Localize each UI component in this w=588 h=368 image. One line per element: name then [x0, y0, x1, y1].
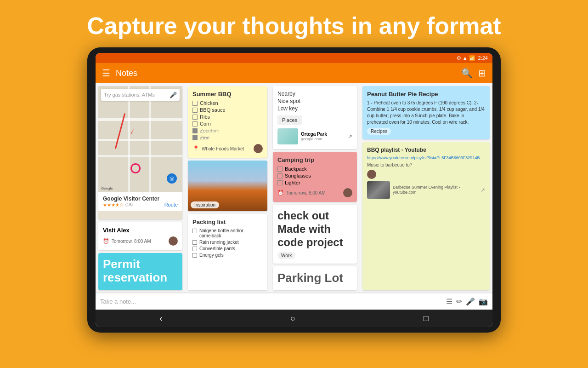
- pb-text: 1 - Preheat oven to 375 degrees F (190 d…: [367, 100, 485, 126]
- camping-card[interactable]: Camping trip Backpack Sunglasses Lighter: [273, 152, 357, 202]
- pb-title: Peanut Butter Pie Recipe: [367, 91, 485, 98]
- status-icons: ⚙ ▲ 📶: [457, 55, 475, 61]
- parking-card[interactable]: Parking Lot: [273, 266, 357, 291]
- bbq-zinc: Zinc: [192, 135, 263, 140]
- summer-bbq-title: Summer BBQ: [192, 91, 263, 98]
- bbq-thumb-image: [367, 181, 390, 199]
- nearby-card[interactable]: Nearby Nice spot Low key Places Ortega P…: [273, 86, 357, 149]
- home-button[interactable]: ○: [290, 314, 295, 323]
- packing-item-2: Rain running jacket: [192, 240, 263, 245]
- ortega-map-thumb: [277, 128, 298, 144]
- camping-time: Tomorrow, 8:00 AM: [286, 190, 326, 196]
- route-label[interactable]: Route: [164, 202, 178, 207]
- recipes-tag: Recipes: [367, 128, 391, 135]
- bbq-playlist-card[interactable]: BBQ playlist - Youtube https://www.youtu…: [362, 142, 490, 290]
- bbq-playlist-desc: Music to barbecue to?: [367, 162, 485, 167]
- nearby-item-3: Low key: [277, 105, 352, 112]
- ortega-row: Ortega Park google.com ↗: [277, 128, 352, 144]
- visit-title: Visit Alex: [103, 227, 178, 234]
- column-3: Nearby Nice spot Low key Places Ortega P…: [270, 83, 360, 293]
- tablet-frame: ⚙ ▲ 📶 2:24 ☰ Notes 🔍 ⊞: [87, 47, 501, 333]
- map-footer: Google Visitor Center ★★★★☆ (18) Route: [98, 192, 182, 211]
- map-stars-count: (18): [125, 202, 133, 207]
- bbq-chicken: Chicken: [192, 100, 263, 106]
- take-note-placeholder[interactable]: Take a note...: [100, 298, 442, 305]
- ortega-name: Ortega Park: [301, 132, 327, 137]
- ortega-domain: google.com: [301, 137, 327, 141]
- avatar-2: [254, 144, 263, 153]
- list-format-icon[interactable]: ☰: [446, 297, 452, 306]
- status-bar: ⚙ ▲ 📶 2:24: [96, 53, 492, 63]
- inspiration-tag: Inspiration: [191, 201, 219, 208]
- bbq-sauce: BBQ sauce: [192, 107, 263, 113]
- app-bar: ☰ Notes 🔍 ⊞: [96, 63, 492, 83]
- checkout-card[interactable]: check out Made with code project Work: [273, 205, 357, 263]
- packing-item-4: Energy gels: [192, 253, 263, 258]
- visit-alex-card[interactable]: Visit Alex ⏰ Tomorrow, 8:00 AM: [98, 222, 182, 250]
- bbq-thumb: [367, 181, 390, 199]
- pb-recipe-card[interactable]: Peanut Butter Pie Recipe 1 - Preheat ove…: [362, 86, 490, 139]
- back-button[interactable]: ‹: [159, 314, 162, 323]
- bbq-thumb-domain: youtube.com: [393, 190, 460, 196]
- bbq-avatar: [367, 170, 376, 179]
- camping-time-row: ⏰ Tomorrow, 8:00 AM: [277, 188, 352, 197]
- inspiration-image-card[interactable]: Inspiration: [188, 161, 267, 211]
- clock-icon: ⏰: [103, 238, 109, 244]
- parking-text: Parking Lot: [277, 271, 352, 285]
- external-link-icon[interactable]: ↗: [348, 133, 352, 140]
- column-2: Summer BBQ Chicken BBQ sauce Ribs: [185, 83, 270, 293]
- bbq-zucchini: Zucchini: [192, 128, 263, 133]
- main-content: ↓ ◎ Try gas stations, ATMs 🎤 Google: [96, 83, 492, 293]
- map-place-name: Google Visitor Center: [103, 196, 178, 202]
- column-4: Peanut Butter Pie Recipe 1 - Preheat ove…: [360, 83, 492, 293]
- grid-icon[interactable]: ⊞: [478, 68, 486, 79]
- avatar: [169, 236, 178, 246]
- column-1: ↓ ◎ Try gas stations, ATMs 🎤 Google: [96, 83, 185, 293]
- app-title: Notes: [116, 69, 456, 78]
- location-label: Whole Foods Market: [202, 146, 244, 151]
- camera-icon[interactable]: 📷: [479, 297, 488, 306]
- bbq-playlist-link[interactable]: https://www.youtube.com/playlist?list=PL…: [367, 155, 485, 160]
- bbq-thumb-row: Barbecue Summer Evening Playlist - youtu…: [367, 181, 485, 199]
- avatar-camping: [343, 188, 352, 197]
- bbq-corn: Corn: [192, 121, 263, 126]
- summer-bbq-card[interactable]: Summer BBQ Chicken BBQ sauce Ribs: [188, 86, 267, 158]
- visit-time-row: ⏰ Tomorrow, 8:00 AM: [103, 236, 178, 246]
- edit-icon[interactable]: ✏: [456, 297, 462, 306]
- mic-icon[interactable]: 🎤: [466, 297, 475, 306]
- map-search-placeholder: Try gas stations, ATMs: [104, 92, 155, 98]
- recent-button[interactable]: □: [424, 314, 429, 323]
- location-row: 📍 Whole Foods Market: [192, 144, 263, 153]
- bbq-playlist-title: BBQ playlist - Youtube: [367, 147, 485, 153]
- camping-lighter: Lighter: [277, 180, 352, 185]
- places-btn[interactable]: Places: [277, 115, 302, 125]
- take-note-bar: Take a note... ☰ ✏ 🎤 📷: [96, 293, 492, 310]
- camping-title: Camping trip: [277, 156, 352, 163]
- status-time: 2:24: [478, 55, 488, 61]
- search-icon[interactable]: 🔍: [461, 68, 473, 79]
- menu-icon[interactable]: ☰: [102, 68, 110, 79]
- camping-sunglasses: Sunglasses: [277, 173, 352, 178]
- tablet-inner: ⚙ ▲ 📶 2:24 ☰ Notes 🔍 ⊞: [96, 53, 492, 327]
- map-card[interactable]: ↓ ◎ Try gas stations, ATMs 🎤 Google: [98, 86, 182, 219]
- page-headline: Capture your thoughts in any format: [59, 0, 528, 47]
- map-placeholder: ↓ ◎ Try gas stations, ATMs 🎤 Google: [98, 86, 182, 192]
- packing-title: Packing list: [192, 218, 263, 225]
- packing-item-3: Convertible pants: [192, 246, 263, 251]
- bbq-external-link-icon[interactable]: ↗: [481, 187, 485, 193]
- nearby-item-2: Nice spot: [277, 98, 352, 104]
- work-tag: Work: [277, 252, 295, 259]
- nearby-item-1: Nearby: [277, 91, 352, 97]
- bbq-thumb-title: Barbecue Summer Evening Playlist -: [393, 185, 460, 190]
- packing-list-card[interactable]: Packing list Nalgene bottle and/or camel…: [188, 214, 267, 290]
- permit-title: Permit reservation: [103, 258, 178, 284]
- map-stars: ★★★★☆: [103, 202, 124, 207]
- permit-card[interactable]: Permit reservation: [98, 253, 182, 290]
- visit-time: Tomorrow, 8:00 AM: [112, 239, 151, 244]
- camping-clock-icon: ⏰: [277, 190, 284, 196]
- camping-backpack: Backpack: [277, 166, 352, 172]
- checkout-text: check out Made with code project: [277, 209, 352, 249]
- map-search-bar[interactable]: Try gas stations, ATMs 🎤: [101, 89, 180, 101]
- bottom-nav: ‹ ○ □: [96, 310, 492, 327]
- bbq-ribs: Ribs: [192, 114, 263, 120]
